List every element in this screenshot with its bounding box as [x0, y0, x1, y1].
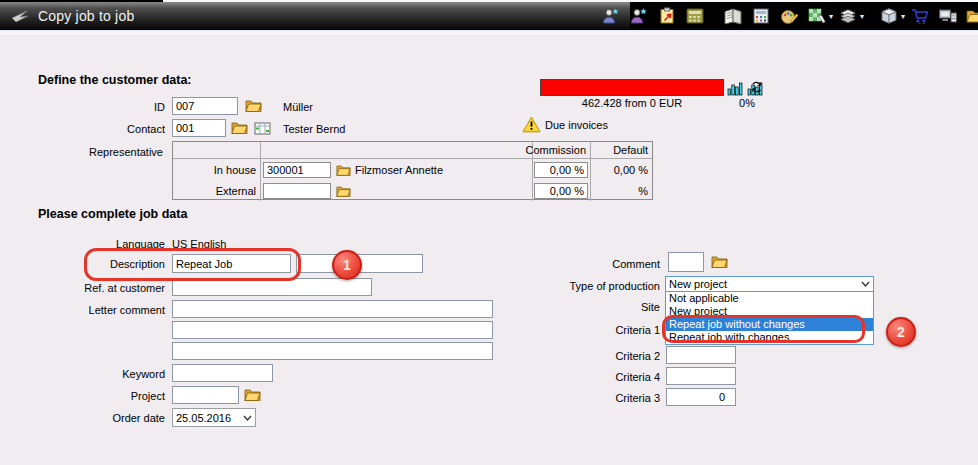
due-invoices-label[interactable]: Due invoices	[545, 119, 608, 131]
type-of-production-value: New project	[669, 278, 861, 290]
job-section-heading: Please complete job data	[38, 207, 187, 221]
design-palette-icon[interactable]	[777, 4, 801, 28]
type-of-production-label: Type of production	[518, 280, 660, 292]
keyword-input[interactable]	[172, 364, 273, 382]
order-date-combobox[interactable]: 25.05.2016	[172, 408, 256, 427]
type-of-production-dropdown: Not applicable New project Repeat job wi…	[665, 291, 874, 345]
external-folder-icon[interactable]	[336, 185, 351, 197]
criteria4-label: Criteria 4	[518, 371, 660, 383]
rep-row-label: In house	[173, 159, 261, 180]
rep-row-cell	[261, 180, 533, 201]
copy-note-icon[interactable]	[655, 4, 679, 28]
invoice-computer-icon[interactable]	[936, 4, 960, 28]
comment-folder-icon[interactable]	[711, 255, 728, 268]
rep-row-cell	[533, 180, 591, 201]
letter-comment-input-2[interactable]	[172, 321, 493, 339]
letter-comment-input-1[interactable]	[172, 300, 493, 318]
rep-header-blank1	[173, 142, 261, 159]
order-date-label: Order date	[28, 412, 165, 424]
contact-input[interactable]	[172, 119, 226, 137]
inhouse-folder-icon[interactable]	[336, 164, 351, 176]
dropdown-option[interactable]: Repeat job with changes	[666, 331, 873, 344]
title-bar: Copy job to job	[0, 0, 978, 30]
external-default-value: %	[591, 180, 652, 201]
toolbar-bottom-strip	[0, 30, 978, 35]
annotation-badge-2: 2	[886, 317, 916, 347]
customer-section-heading: Define the customer data:	[38, 73, 192, 87]
estimate-calculator-icon[interactable]	[749, 4, 773, 28]
inhouse-name: Filzmoser Annette	[355, 164, 443, 176]
cube-icon[interactable]	[877, 4, 901, 28]
description-label: Description	[28, 258, 165, 270]
criteria3-input[interactable]	[666, 388, 736, 406]
chevron-down-icon[interactable]	[243, 415, 252, 421]
order-date-value: 25.05.2016	[176, 412, 243, 424]
criteria4-input[interactable]	[666, 367, 736, 385]
cube-dropdown-icon[interactable]: ▾	[901, 12, 905, 21]
add-contact-icon[interactable]	[599, 4, 623, 28]
description-input[interactable]	[172, 254, 291, 273]
inhouse-default-value: 0,00 %	[591, 159, 652, 180]
id-input[interactable]	[172, 97, 238, 115]
ref-customer-input[interactable]	[172, 278, 372, 296]
chart-refresh-icon[interactable]	[747, 80, 765, 96]
window-icon	[10, 8, 30, 24]
rep-row-cell	[533, 159, 591, 180]
external-commission-input[interactable]	[534, 183, 588, 199]
dropdown-option[interactable]: New project	[666, 305, 873, 318]
rep-header-commission: Commission	[533, 142, 591, 159]
window-title: Copy job to job	[38, 8, 134, 24]
external-code-input[interactable]	[263, 183, 331, 199]
language-label: Language	[28, 238, 165, 250]
edit-contact-icon[interactable]	[627, 4, 651, 28]
representative-table: Commission Default In house Filzmoser An…	[172, 141, 653, 200]
dropdown-option[interactable]: Not applicable	[666, 292, 873, 305]
copies-stack-dropdown-icon[interactable]: ▾	[860, 12, 864, 21]
rep-header-default: Default	[591, 142, 652, 159]
representative-label: Representative	[28, 146, 163, 158]
production-grid-dropdown-icon[interactable]: ▾	[829, 12, 833, 21]
inhouse-commission-input[interactable]	[534, 162, 588, 178]
ledger-icon[interactable]	[721, 4, 745, 28]
main-toolbar: ▾ ▾ ▾	[597, 2, 978, 30]
keyword-label: Keyword	[28, 368, 165, 380]
production-grid-icon[interactable]	[805, 4, 829, 28]
inhouse-code-input[interactable]	[263, 162, 331, 178]
letter-comment-input-3[interactable]	[172, 342, 493, 360]
comment-label: Comment	[518, 258, 660, 270]
credit-amount-text: 462.428 from 0 EUR	[540, 97, 724, 109]
copies-stack-icon[interactable]	[836, 4, 860, 28]
comment-input[interactable]	[668, 252, 704, 272]
id-folder-icon[interactable]	[245, 99, 262, 112]
copy-job-dialog: Copy job to job	[0, 0, 978, 465]
shopping-cart-icon[interactable]	[908, 4, 932, 28]
ref-customer-label: Ref. at customer	[28, 282, 165, 294]
site-label: Site	[518, 301, 660, 313]
rep-header-blank2	[261, 142, 533, 159]
criteria3-label: Criteria 3	[518, 392, 660, 404]
dropdown-option-selected[interactable]: Repeat job without changes	[666, 318, 873, 331]
project-input[interactable]	[172, 386, 239, 404]
criteria2-input[interactable]	[666, 346, 736, 364]
criteria2-label: Criteria 2	[518, 350, 660, 362]
title-segment: Copy job to job	[0, 2, 630, 30]
customer-name: Müller	[283, 101, 313, 113]
rep-row-cell: Filzmoser Annette	[261, 159, 533, 180]
chevron-down-icon[interactable]	[861, 281, 870, 287]
calculator-icon[interactable]	[683, 4, 707, 28]
credit-percent-text: 0%	[727, 97, 767, 109]
letter-comment-label: Letter comment	[28, 304, 165, 316]
criteria1-label: Criteria 1	[518, 324, 660, 336]
project-folder-icon[interactable]	[244, 388, 261, 401]
contact-name: Tester Bernd	[283, 123, 345, 135]
contact-label: Contact	[28, 123, 165, 135]
contact-folder-icon[interactable]	[231, 121, 248, 134]
project-label: Project	[28, 390, 165, 402]
contact-lookup-icon[interactable]	[254, 121, 271, 135]
rep-row-label: External	[173, 180, 261, 201]
type-of-production-combobox[interactable]: New project	[665, 276, 874, 292]
id-label: ID	[28, 101, 165, 113]
chart-icon[interactable]	[727, 80, 744, 96]
annotation-badge-1: 1	[332, 250, 362, 280]
open-folder-icon[interactable]	[964, 4, 978, 28]
